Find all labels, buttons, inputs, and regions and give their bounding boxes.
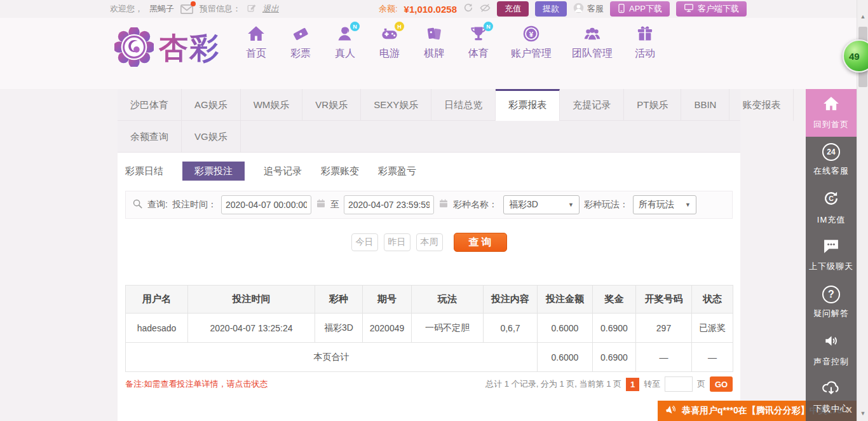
quick-range-row: 今日 昨日 本周 查 询 <box>118 233 740 252</box>
nav-item-team[interactable]: 团队管理 <box>562 25 623 60</box>
cell-lottery: 福彩3D <box>315 314 363 343</box>
calendar-icon[interactable] <box>316 198 326 211</box>
dock-item-sound[interactable]: 声音控制 <box>806 326 857 374</box>
svg-text:C: C <box>829 195 834 202</box>
customer-service-label: 客服 <box>587 3 604 15</box>
tab-ag[interactable]: AG娱乐 <box>182 89 241 121</box>
lottery-name-value: 福彩3D <box>509 199 538 210</box>
col-prize: 奖金 <box>593 286 636 314</box>
query-bar: 查询: 投注时间： 至 彩种名称： 福彩3D ▼ 彩种玩法： 所有玩法 ▼ <box>125 191 733 219</box>
close-icon[interactable]: X <box>846 405 852 415</box>
status-badge[interactable]: 已派奖 <box>692 314 733 343</box>
brand-name: 杏彩 <box>159 29 220 68</box>
cell-bet-amount: 0.6000 <box>538 314 593 343</box>
nav-item-cards[interactable]: 棋牌 <box>412 25 456 60</box>
chevron-down-icon: ▼ <box>685 202 691 208</box>
home-icon <box>247 25 265 45</box>
tab-lottery-report[interactable]: 彩票报表 <box>496 89 560 121</box>
table-row: hadesado 2020-04-07 13:25:24 福彩3D 202004… <box>126 314 733 343</box>
subtab-lottery-balance-change[interactable]: 彩票账变 <box>321 165 359 177</box>
client-download-button[interactable]: 客户端下载 <box>676 1 747 17</box>
subtab-lottery-pnl[interactable]: 彩票盈亏 <box>378 165 416 177</box>
tab-sexy[interactable]: SEXY娱乐 <box>361 89 431 121</box>
tab-vr[interactable]: VR娱乐 <box>302 89 361 121</box>
chat-bubble-icon <box>822 238 840 256</box>
nav-item-sports[interactable]: N 体育 <box>456 25 501 60</box>
col-bet-time: 投注时间 <box>188 286 315 314</box>
dock-label: IM充值 <box>817 214 845 226</box>
this-week-button[interactable]: 本周 <box>416 233 443 251</box>
summary-label: 本页合计 <box>126 343 538 372</box>
balance-value: ¥1,010.0258 <box>404 4 457 15</box>
dock-label: 疑问解答 <box>813 308 849 319</box>
yesterday-button[interactable]: 昨日 <box>384 233 410 251</box>
dock-label: 下载中心 <box>813 403 849 415</box>
page-suffix-label: 页 <box>697 378 705 390</box>
goto-page-input[interactable] <box>665 376 693 392</box>
tab-shaba-sports[interactable]: 沙巴体育 <box>118 89 182 121</box>
unread-dot <box>191 1 196 6</box>
lottery-name-select[interactable]: 福彩3D ▼ <box>503 195 580 214</box>
cloud-download-icon <box>822 380 841 399</box>
topbar: 欢迎您， 黑蝎子 预留信息： 退出 余额: ¥1,010.0258 充值 提款 <box>0 0 868 18</box>
scroll-down-arrow[interactable]: ▼ <box>857 408 868 418</box>
tab-balance-change-report[interactable]: 账变报表 <box>729 89 794 121</box>
nav-item-home[interactable]: 首页 <box>234 25 278 60</box>
subtab-lottery-bets[interactable]: 彩票投注 <box>182 162 245 181</box>
nav-item-egames[interactable]: H 电游 <box>367 25 412 60</box>
app-download-button[interactable]: APP下载 <box>610 1 670 17</box>
dock-item-back-home[interactable]: 回到首页 <box>806 89 857 137</box>
dock-item-faq[interactable]: ? 疑问解答 <box>806 279 857 326</box>
play-type-value: 所有玩法 <box>639 199 674 210</box>
search-button[interactable]: 查 询 <box>454 233 507 252</box>
edit-icon[interactable] <box>247 3 256 15</box>
summary-dash: — <box>692 343 733 372</box>
bet-time-label: 投注时间： <box>172 199 217 210</box>
today-button[interactable]: 今日 <box>351 233 378 251</box>
dock-item-chat[interactable]: 上下级聊天 <box>806 231 857 279</box>
cell-draw-number: 297 <box>636 314 692 343</box>
nav-item-lottery[interactable]: 彩票 <box>278 25 323 60</box>
tab-balance-query[interactable]: 余额查询 <box>118 121 182 153</box>
refresh-balance-icon[interactable] <box>463 3 473 15</box>
dock-item-online-service[interactable]: 24 在线客服 <box>806 137 857 184</box>
play-type-select[interactable]: 所有玩法 ▼ <box>633 195 696 214</box>
hide-balance-icon[interactable] <box>480 3 491 16</box>
dock-label: 上下级聊天 <box>809 261 853 272</box>
go-button[interactable]: GO <box>710 376 733 392</box>
cell-issue: 2020049 <box>363 314 412 343</box>
end-time-input[interactable] <box>344 195 434 214</box>
home-icon <box>822 95 840 114</box>
brand-logo[interactable]: 杏彩 <box>114 27 220 69</box>
start-time-input[interactable] <box>221 195 311 214</box>
customer-service-link[interactable]: 客服 <box>573 3 604 15</box>
nav-item-account[interactable]: ¥ 账户管理 <box>501 25 562 60</box>
scroll-up-arrow[interactable]: ▲ <box>857 11 868 22</box>
nav-badge-n: N <box>350 22 360 31</box>
recharge-button[interactable]: 充值 <box>497 1 529 17</box>
bets-table: 用户名 投注时间 彩种 期号 玩法 投注内容 投注金额 奖金 开奖号码 状态 h… <box>125 285 733 372</box>
phone-icon <box>618 3 625 15</box>
tab-vg[interactable]: VG娱乐 <box>182 121 241 153</box>
logout-link[interactable]: 退出 <box>262 3 279 15</box>
dock-item-im-recharge[interactable]: C IM充值 <box>806 184 857 231</box>
tab-daily-summary[interactable]: 日结总览 <box>431 89 496 121</box>
subtab-lottery-daily[interactable]: 彩票日结 <box>125 165 163 177</box>
tab-bbin[interactable]: BBIN <box>681 89 729 121</box>
nav-label: 体育 <box>468 47 489 60</box>
balance-label: 余额: <box>379 3 398 15</box>
tabs-row-1: 沙巴体育 AG娱乐 WM娱乐 VR娱乐 SEXY娱乐 日结总览 彩票报表 充提记… <box>118 89 740 121</box>
calendar-icon[interactable] <box>438 198 449 211</box>
withdraw-button[interactable]: 提款 <box>535 1 567 17</box>
headset-24-icon: 24 <box>822 143 840 161</box>
tab-deposit-withdraw-records[interactable]: 充提记录 <box>560 89 624 121</box>
nav-label: 棋牌 <box>424 47 444 60</box>
message-icon[interactable] <box>180 4 193 14</box>
subtab-chase-records[interactable]: 追号记录 <box>264 165 302 177</box>
current-page-button[interactable]: 1 <box>626 378 639 391</box>
nav-item-live[interactable]: N 真人 <box>323 25 367 60</box>
nav-label: 活动 <box>635 47 655 60</box>
nav-item-promos[interactable]: 活动 <box>623 25 667 60</box>
tab-pt[interactable]: PT娱乐 <box>624 89 681 121</box>
tab-wm[interactable]: WM娱乐 <box>241 89 303 121</box>
